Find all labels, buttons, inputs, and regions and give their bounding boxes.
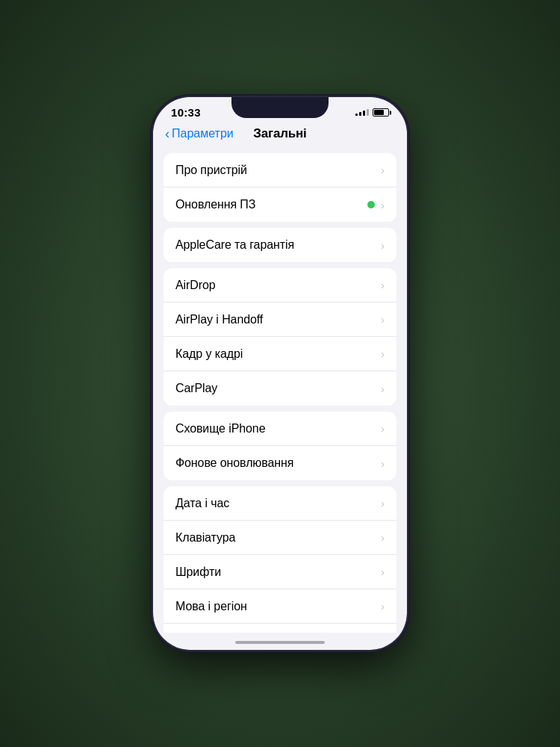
phone-frame: 10:33 ‹ Параметри Загальні: [153, 97, 407, 650]
setting-item-update[interactable]: Оновлення ПЗ ›: [164, 187, 396, 222]
signal-icon: [355, 109, 369, 116]
home-indicator: [235, 641, 325, 644]
notch: [231, 97, 329, 118]
setting-item-pip[interactable]: Кадр у кадрі ›: [164, 337, 396, 371]
setting-item-datetime[interactable]: Дата і час ›: [164, 486, 396, 521]
setting-item-applecare[interactable]: AppleCare та гарантія ›: [164, 228, 396, 262]
chevron-icon: ›: [381, 279, 385, 291]
battery-icon: [373, 108, 389, 117]
settings-group-5: Дата і час › Клавіатура › Шрифти ›: [164, 486, 396, 633]
nav-back-button[interactable]: ‹ Параметри: [165, 126, 234, 142]
nav-back-label: Параметри: [172, 127, 234, 140]
settings-group-4: Сховище iPhone › Фонове оновлювання ›: [164, 412, 396, 480]
setting-item-keyboard[interactable]: Клавіатура ›: [164, 521, 396, 555]
setting-item-airdrop[interactable]: AirDrop ›: [164, 268, 396, 303]
green-dot-indicator: [367, 201, 375, 208]
chevron-icon: ›: [381, 313, 385, 326]
chevron-icon: ›: [381, 600, 385, 613]
chevron-icon: ›: [381, 199, 385, 211]
chevron-icon: ›: [381, 497, 385, 509]
settings-group-1: Про пристрій › Оновлення ПЗ ›: [164, 153, 396, 222]
chevron-icon: ›: [381, 457, 385, 470]
status-time: 10:33: [171, 106, 201, 119]
chevron-icon: ›: [381, 239, 385, 252]
screen-content: Про пристрій › Оновлення ПЗ › AppleCare …: [153, 147, 407, 633]
setting-item-fonts[interactable]: Шрифти ›: [164, 555, 396, 589]
chevron-icon: ›: [381, 347, 385, 360]
nav-bar: ‹ Параметри Загальні: [153, 122, 407, 147]
setting-item-background-refresh[interactable]: Фонове оновлювання ›: [164, 446, 396, 480]
settings-group-3: AirDrop › AirPlay i Handoff › Кадр у кад…: [164, 268, 396, 406]
setting-item-dictionary[interactable]: Словник ›: [164, 624, 396, 633]
setting-item-airplay[interactable]: AirPlay i Handoff ›: [164, 303, 396, 337]
phone-screen: 10:33 ‹ Параметри Загальні: [153, 97, 407, 650]
setting-item-storage[interactable]: Сховище iPhone ›: [164, 412, 396, 446]
status-icons: [355, 108, 389, 117]
chevron-icon: ›: [381, 382, 385, 395]
chevron-icon: ›: [381, 565, 385, 578]
chevron-icon: ›: [381, 164, 385, 176]
setting-item-about[interactable]: Про пристрій ›: [164, 153, 396, 187]
back-chevron-icon: ‹: [165, 126, 169, 142]
setting-item-language[interactable]: Мова і регіон ›: [164, 589, 396, 624]
chevron-icon: ›: [381, 422, 385, 435]
settings-group-2: AppleCare та гарантія ›: [164, 228, 396, 262]
chevron-icon: ›: [381, 531, 385, 544]
setting-item-carplay[interactable]: CarPlay ›: [164, 371, 396, 406]
nav-title: Загальні: [253, 126, 306, 141]
